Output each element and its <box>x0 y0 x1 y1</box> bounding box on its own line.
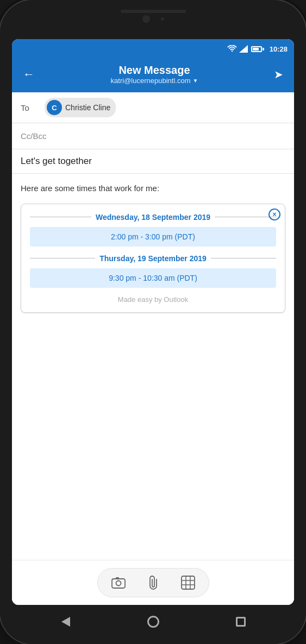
send-button[interactable]: ➤ <box>272 66 285 83</box>
date2-label: Thursday, 19 September 2019 <box>99 254 207 263</box>
back-button[interactable]: ← <box>21 65 37 84</box>
recipient-avatar: C <box>47 100 62 115</box>
recent-square-icon <box>236 617 246 627</box>
date1-line-right <box>215 217 276 217</box>
toolbar-pill <box>97 568 209 597</box>
camera-area <box>142 15 164 23</box>
date2-time-slot[interactable]: 9:30 pm - 10:30 am (PDT) <box>30 268 276 288</box>
subject-row[interactable]: Let's get together <box>12 149 294 174</box>
nav-bar <box>0 605 306 644</box>
paperclip-icon <box>148 575 159 590</box>
date2-line-left <box>30 258 95 258</box>
status-icons: 10:28 <box>227 45 288 53</box>
date2-header: Thursday, 19 September 2019 <box>30 254 276 263</box>
email-body[interactable]: Here are some times that work for me: × … <box>12 174 294 560</box>
speaker <box>161 17 164 21</box>
cc-bcc-row[interactable]: Cc/Bcc <box>12 123 294 149</box>
date2-line-right <box>211 258 276 258</box>
grid-icon <box>181 576 195 590</box>
signal-icon <box>239 45 248 53</box>
camera-button[interactable] <box>109 573 128 592</box>
account-email: katri@lucernepubintl.com <box>111 77 191 85</box>
account-chevron-icon: ▼ <box>192 78 198 84</box>
app-header: ← New Message katri@lucernepubintl.com ▼… <box>12 59 294 92</box>
card-close-button[interactable]: × <box>268 209 280 220</box>
cc-bcc-label: Cc/Bcc <box>21 131 47 141</box>
nav-home-button[interactable] <box>143 612 163 632</box>
date1-line-left <box>30 217 91 217</box>
bottom-toolbar <box>12 560 294 605</box>
svg-rect-3 <box>116 577 119 579</box>
calendar-card: × Wednesday, 18 September 2019 2:00 pm -… <box>21 204 285 313</box>
more-button[interactable] <box>178 573 198 592</box>
nav-recent-button[interactable] <box>231 612 251 632</box>
status-time: 10:28 <box>270 45 288 53</box>
camera-icon <box>111 577 126 589</box>
home-circle-icon <box>147 616 159 628</box>
nav-back-button[interactable] <box>56 612 76 632</box>
phone-frame: 10:28 ← New Message katri@lucernepubintl… <box>0 0 306 644</box>
svg-rect-1 <box>112 579 125 588</box>
attach-button[interactable] <box>143 573 163 592</box>
svg-point-2 <box>116 581 121 586</box>
wifi-icon <box>227 45 237 53</box>
subject-text: Let's get together <box>21 156 92 166</box>
svg-rect-4 <box>182 576 195 589</box>
header-subtitle[interactable]: katri@lucernepubintl.com ▼ <box>37 77 272 85</box>
to-row: To C Christie Cline <box>12 92 294 123</box>
date1-time-slot[interactable]: 2:00 pm - 3:00 pm (PDT) <box>30 227 276 247</box>
battery-icon <box>251 46 264 52</box>
date1-header: Wednesday, 18 September 2019 <box>30 213 276 222</box>
svg-marker-0 <box>239 45 248 53</box>
made-easy-label: Made easy by Outlook <box>30 295 276 304</box>
email-form: To C Christie Cline Cc/Bcc Let's get tog… <box>12 92 294 605</box>
to-label: To <box>21 103 40 112</box>
body-text: Here are some times that work for me: <box>21 182 285 195</box>
header-title: New Message <box>37 64 272 77</box>
screen: 10:28 ← New Message katri@lucernepubintl… <box>12 39 294 605</box>
header-center: New Message katri@lucernepubintl.com ▼ <box>37 64 272 85</box>
recipient-chip[interactable]: C Christie Cline <box>45 98 116 117</box>
date1-label: Wednesday, 18 September 2019 <box>96 213 210 222</box>
nav-buttons <box>0 612 306 637</box>
back-triangle-icon <box>61 617 70 627</box>
camera-dot <box>142 15 150 23</box>
status-bar: 10:28 <box>12 39 294 59</box>
recipient-name: Christie Cline <box>65 103 110 112</box>
